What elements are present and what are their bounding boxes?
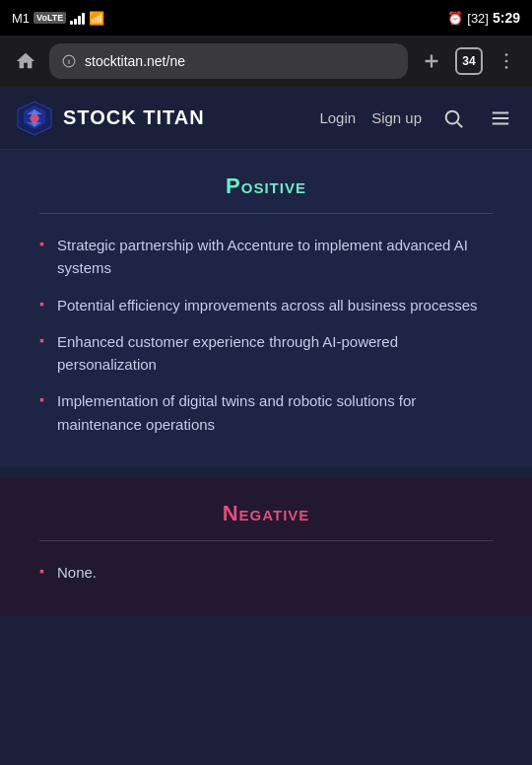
negative-section: Negative None. <box>0 477 532 615</box>
list-item: Potential efficiency improvements across… <box>39 294 493 316</box>
home-button[interactable] <box>10 45 41 77</box>
browser-chrome: stocktitan.net/ne 34 <box>0 35 532 87</box>
svg-line-7 <box>457 122 462 127</box>
main-content: Positive Strategic partnership with Acce… <box>0 150 532 615</box>
search-button[interactable] <box>437 103 469 134</box>
wifi-icon: 📶 <box>89 11 104 26</box>
brand-logo-icon <box>16 100 53 137</box>
list-item: Implementation of digital twins and robo… <box>39 389 493 436</box>
list-item: Enhanced customer experience through AI-… <box>39 330 493 377</box>
svg-point-2 <box>505 60 508 63</box>
operator-tag: VoLTE <box>33 12 66 24</box>
new-tab-button[interactable] <box>416 45 447 77</box>
browser-action-buttons: 34 <box>416 45 522 77</box>
menu-button[interactable] <box>485 103 516 134</box>
site-info-icon[interactable] <box>61 53 77 69</box>
list-item: Strategic partnership with Accenture to … <box>39 234 493 280</box>
battery-indicator: [32] <box>467 11 489 26</box>
brand: STOCK TITAN <box>16 100 205 137</box>
positive-items-list: Strategic partnership with Accenture to … <box>39 234 493 436</box>
more-options-button[interactable] <box>491 45 522 77</box>
negative-section-title: Negative <box>39 501 493 526</box>
status-left: M1 VoLTE 📶 <box>12 11 104 26</box>
login-link[interactable]: Login <box>319 109 356 126</box>
operator-label: M1 <box>12 11 30 26</box>
section-spacer <box>0 467 532 477</box>
navbar: STOCK TITAN Login Sign up <box>0 87 532 150</box>
negative-divider <box>39 540 493 541</box>
signup-link[interactable]: Sign up <box>371 109 422 126</box>
svg-point-3 <box>505 66 508 69</box>
alarm-icon: ⏰ <box>447 11 463 26</box>
list-item: None. <box>39 561 493 584</box>
negative-items-list: None. <box>39 561 493 584</box>
positive-section-title: Positive <box>39 174 493 199</box>
status-time: 5:29 <box>493 10 520 26</box>
svg-point-6 <box>446 110 459 123</box>
brand-name-text: STOCK TITAN <box>63 106 205 129</box>
status-bar: M1 VoLTE 📶 ⏰ [32] 5:29 <box>0 0 532 35</box>
address-bar[interactable]: stocktitan.net/ne <box>49 43 408 79</box>
positive-section: Positive Strategic partnership with Acce… <box>0 150 532 467</box>
status-right: ⏰ [32] 5:29 <box>447 10 520 26</box>
tab-count-button[interactable]: 34 <box>455 47 483 75</box>
signal-bars-icon <box>70 11 85 25</box>
positive-divider <box>39 213 493 214</box>
navbar-actions: Login Sign up <box>319 103 516 134</box>
svg-point-1 <box>505 53 508 56</box>
url-text: stocktitan.net/ne <box>85 53 185 69</box>
